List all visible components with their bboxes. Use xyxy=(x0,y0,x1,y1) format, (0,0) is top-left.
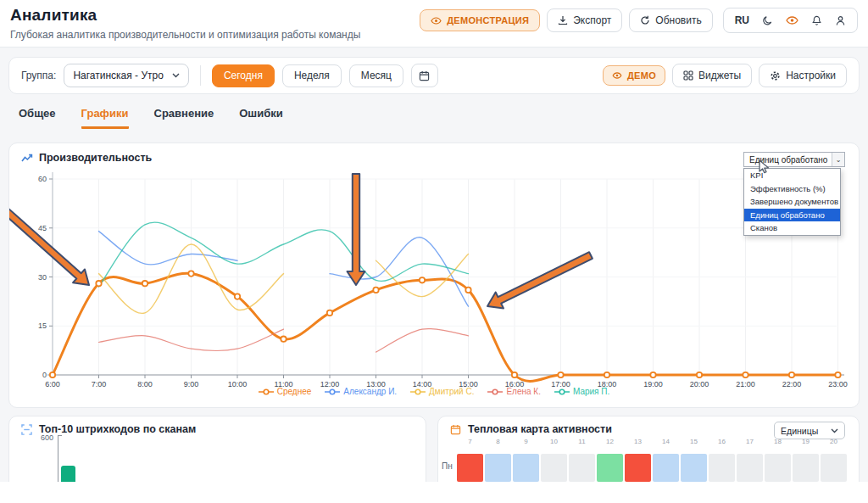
dark-mode-moon-icon[interactable] xyxy=(762,15,773,26)
card-title-row: Тепловая карта активности xyxy=(450,423,612,435)
heatmap-hour-label: 13 xyxy=(625,438,651,445)
period-month-button[interactable]: Месяц xyxy=(349,64,403,87)
metric-dropdown-menu: KPIЭффективность (%)Завершено документов… xyxy=(743,168,841,236)
group-label: Группа: xyxy=(21,70,56,81)
heatmap-hour-label: 14 xyxy=(653,438,679,445)
legend-item[interactable]: Александр И. xyxy=(325,387,397,396)
legend-item[interactable]: Елена К. xyxy=(487,387,541,396)
heatmap-cell[interactable] xyxy=(765,454,791,482)
widgets-button[interactable]: Виджеты xyxy=(672,64,752,87)
heatmap-cell[interactable] xyxy=(709,454,735,482)
dropdown-option[interactable]: Единиц обработано xyxy=(744,209,840,222)
card-title: Тепловая карта активности xyxy=(468,423,612,435)
svg-text:60: 60 xyxy=(38,175,47,183)
legend-marker xyxy=(487,388,503,395)
legend-marker xyxy=(325,388,340,395)
dropdown-option[interactable]: Эффективность (%) xyxy=(744,182,840,196)
page-title: Аналитика xyxy=(10,6,360,25)
settings-button[interactable]: Настройки xyxy=(759,64,847,87)
heatmap-row-label: Пн xyxy=(442,461,455,471)
grid-widgets-icon xyxy=(683,70,693,81)
heatmap-hour-label: 10 xyxy=(541,438,567,445)
tab-oshibki[interactable]: Ошибки xyxy=(239,107,282,129)
units-select[interactable]: Единицы xyxy=(774,422,845,439)
page-subtitle: Глубокая аналитика производительности и … xyxy=(10,29,360,41)
heatmap-hour-label: 17 xyxy=(737,438,763,445)
tab-grafiki[interactable]: Графики xyxy=(81,107,129,129)
svg-text:0: 0 xyxy=(42,371,47,379)
page-header: Аналитика Глубокая аналитика производите… xyxy=(0,0,868,48)
export-button[interactable]: Экспорт xyxy=(547,8,622,32)
view-eye-icon[interactable] xyxy=(786,16,798,25)
heatmap-hour-label: 11 xyxy=(569,438,595,445)
demonstration-badge[interactable]: ДЕМОНСТРАЦИЯ xyxy=(420,9,540,31)
demo-badge[interactable]: ДЕМО xyxy=(603,65,665,86)
chevron-down-icon xyxy=(831,428,838,433)
dropdown-option[interactable]: Сканов xyxy=(744,221,840,235)
header-icon-group: RU xyxy=(723,8,858,33)
tab-obshchee[interactable]: Общее xyxy=(19,107,56,129)
annotation-arrow xyxy=(9,207,89,285)
heatmap-cell[interactable] xyxy=(457,454,483,482)
heatmap-cell[interactable] xyxy=(597,454,623,482)
heatmap-cell[interactable] xyxy=(793,454,819,482)
heatmap-hour-label: 20 xyxy=(821,438,847,445)
gear-icon xyxy=(770,70,781,81)
heatmap-cell[interactable] xyxy=(541,454,567,482)
eye-icon xyxy=(612,72,622,79)
chevron-down-icon: ⌄ xyxy=(832,153,844,166)
period-week-button[interactable]: Неделя xyxy=(282,64,342,87)
heatmap-cell[interactable] xyxy=(513,454,539,482)
svg-text:15: 15 xyxy=(38,321,47,330)
heatmap-cell[interactable] xyxy=(653,454,679,482)
chart-legend: СреднееАлександр И.Дмитрий С.Елена К.Мар… xyxy=(9,387,859,396)
heatmap-hour-label: 7 xyxy=(457,438,483,445)
notifications-bell-icon[interactable] xyxy=(811,15,822,26)
refresh-icon xyxy=(640,15,650,25)
heatmap-hour-label: 16 xyxy=(709,438,735,445)
language-switcher[interactable]: RU xyxy=(735,14,749,26)
legend-item[interactable]: Среднее xyxy=(259,387,312,396)
legend-item[interactable]: Мария П. xyxy=(554,387,609,396)
trend-line-icon xyxy=(21,154,33,163)
tab-bar: Общее Графики Сравнение Ошибки xyxy=(19,107,283,129)
filter-bar: Группа: Нагатинская - Утро Сегодня Недел… xyxy=(8,57,860,94)
calendar-icon xyxy=(450,424,461,435)
eye-icon xyxy=(431,17,442,25)
chevron-down-icon xyxy=(172,73,180,78)
heatmap-hour-headers: 7891011121314151617181920 xyxy=(457,438,847,445)
heatmap-hour-label: 18 xyxy=(765,438,791,445)
svg-text:45: 45 xyxy=(38,224,47,232)
heatmap-cell[interactable] xyxy=(485,454,511,482)
heatmap-hour-label: 12 xyxy=(597,438,623,445)
performance-chart-card: 0153045606:007:008:009:0010:0011:0012:00… xyxy=(8,143,860,408)
heatmap-cell[interactable] xyxy=(681,454,707,482)
calendar-picker-button[interactable] xyxy=(411,64,438,87)
heatmap-cell[interactable] xyxy=(625,454,651,482)
heatmap-row xyxy=(457,454,847,482)
legend-marker xyxy=(554,388,570,395)
legend-marker xyxy=(410,388,426,395)
period-today-button[interactable]: Сегодня xyxy=(212,64,275,87)
scan-frame-icon xyxy=(21,424,32,435)
refresh-button[interactable]: Обновить xyxy=(629,8,712,32)
heatmap-cell[interactable] xyxy=(821,454,847,482)
calendar-icon xyxy=(419,70,430,81)
card-title: Топ-10 штрихкодов по сканам xyxy=(39,423,196,435)
heatmap-hour-label: 8 xyxy=(485,438,511,445)
annotation-arrow xyxy=(487,252,593,308)
heatmap-hour-label: 19 xyxy=(793,438,819,445)
legend-item[interactable]: Дмитрий С. xyxy=(410,387,474,396)
group-select[interactable]: Нагатинская - Утро xyxy=(64,64,189,87)
performance-line-chart: 0153045606:007:008:009:0010:0011:0012:00… xyxy=(9,143,859,407)
heatmap-hour-label: 15 xyxy=(681,438,707,445)
heatmap-cell[interactable] xyxy=(737,454,763,482)
analytics-page: Аналитика Глубокая аналитика производите… xyxy=(0,0,868,503)
profile-person-icon[interactable] xyxy=(835,15,846,26)
bottom-whitespace xyxy=(0,482,868,503)
divider xyxy=(200,65,201,86)
download-icon xyxy=(558,15,568,25)
heatmap-cell[interactable] xyxy=(569,454,595,482)
dropdown-option[interactable]: Завершено документов xyxy=(744,195,840,209)
tab-sravnenie[interactable]: Сравнение xyxy=(154,107,214,129)
